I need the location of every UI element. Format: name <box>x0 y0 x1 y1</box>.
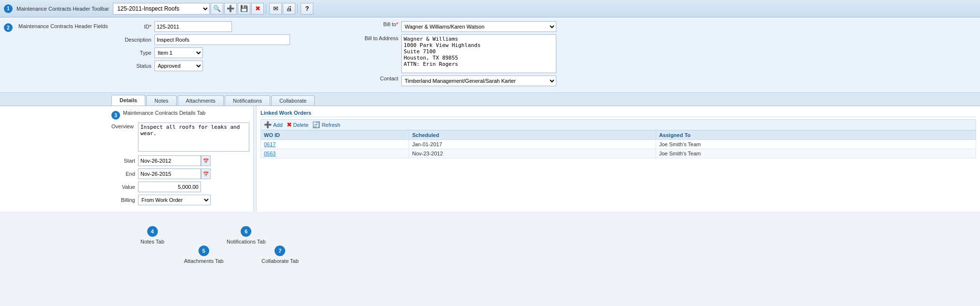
contact-label: Contact <box>358 76 401 81</box>
left-panel: 3 Maintenance Contracts Details Tab Over… <box>0 106 254 212</box>
type-label: Type <box>116 50 154 56</box>
status-field-row: Status Approved <box>116 61 350 71</box>
wo-add-btn[interactable]: ➕ Add <box>264 121 283 128</box>
contact-select[interactable]: Timberland Management/General/Sarah Kart… <box>401 76 556 86</box>
end-input[interactable] <box>138 168 201 179</box>
header-label-area: 2 Maintenance Contracts Header Fields <box>0 21 112 32</box>
bill-address-row: Bill to Address Wagner & Williams 1000 P… <box>358 34 976 73</box>
bill-to-row: Bill to Wagner & Williams/Karen Watson <box>358 21 976 32</box>
bill-to-select[interactable]: Wagner & Williams/Karen Watson <box>401 21 556 32</box>
wo-scheduled-cell: Nov-23-2012 <box>409 149 656 158</box>
attachments-annotation: 5 Attachments Tab <box>184 245 224 264</box>
description-field-row: Description <box>116 34 350 45</box>
value-input[interactable] <box>138 182 201 192</box>
collaborate-tab-annotation-label: Collaborate Tab <box>261 258 299 264</box>
billing-select[interactable]: From Work Order <box>138 195 211 205</box>
add-toolbar-btn[interactable]: ➕ <box>224 3 237 15</box>
details-badge: 3 <box>111 111 120 120</box>
end-row: End 📅 <box>111 168 249 179</box>
wo-table: WO ID Scheduled Assigned To 0617 Jan-01-… <box>260 130 976 158</box>
tab-collaborate[interactable]: Collaborate <box>271 95 315 106</box>
delete-toolbar-btn[interactable]: ✖ <box>251 3 264 15</box>
attachments-badge: 5 <box>199 245 209 256</box>
add-icon: ➕ <box>264 121 272 128</box>
save-toolbar-btn[interactable]: 💾 <box>238 3 250 15</box>
table-row: 0563 Nov-23-2012 Joe Smith's Team <box>261 149 976 158</box>
id-label: ID <box>116 24 154 30</box>
type-select[interactable]: Item 1 <box>154 47 203 58</box>
wo-col-scheduled: Scheduled <box>409 131 656 140</box>
notes-badge: 4 <box>147 226 158 237</box>
wo-delete-btn[interactable]: ✖ Delete <box>287 121 309 128</box>
toolbar-separator <box>266 4 266 14</box>
toolbar-label: Maintenance Contracts Header Toolbar <box>16 6 109 12</box>
start-input[interactable] <box>138 155 201 166</box>
wo-id-link[interactable]: 0563 <box>264 151 276 156</box>
collaborate-badge: 7 <box>275 245 285 256</box>
wo-id-link[interactable]: 0617 <box>264 141 276 147</box>
notifications-annotation: 6 Notifications Tab <box>227 226 266 245</box>
wo-refresh-btn[interactable]: 🔄 Refresh <box>312 121 340 128</box>
start-label: Start <box>111 158 138 164</box>
value-label: Value <box>111 184 138 190</box>
start-calendar-btn[interactable]: 📅 <box>201 155 211 166</box>
wo-col-id: WO ID <box>261 131 409 140</box>
toolbar-badge: 1 <box>4 4 13 13</box>
refresh-icon: 🔄 <box>312 121 320 128</box>
help-toolbar-btn[interactable]: ? <box>301 3 313 15</box>
wo-col-assigned: Assigned To <box>656 131 976 140</box>
status-label: Status <box>116 63 154 69</box>
overview-label: Overview <box>111 122 138 129</box>
details-tab-label: Maintenance Contracts Details Tab <box>123 110 205 116</box>
billing-label: Billing <box>111 197 138 203</box>
notifications-badge: 6 <box>241 226 251 237</box>
notifications-tab-annotation-label: Notifications Tab <box>227 239 266 245</box>
status-select[interactable]: Approved <box>154 61 203 71</box>
record-selector[interactable]: 125-2011-Inspect Roofs <box>113 3 210 15</box>
end-calendar-btn[interactable]: 📅 <box>201 168 211 179</box>
bill-to-label: Bill to <box>358 21 401 27</box>
header-section: 2 Maintenance Contracts Header Fields ID… <box>0 17 980 93</box>
delete-icon: ✖ <box>287 121 292 128</box>
billing-row: Billing From Work Order <box>111 195 249 205</box>
bill-address-label: Bill to Address <box>358 34 401 41</box>
header-right-fields: Bill to Wagner & Williams/Karen Watson B… <box>354 21 980 89</box>
linked-wo-header: Linked Work Orders <box>260 110 976 117</box>
tab-notifications[interactable]: Notifications <box>225 95 270 106</box>
wo-scheduled-cell: Jan-01-2017 <box>409 140 656 149</box>
type-field-row: Type Item 1 <box>116 47 350 58</box>
table-row: 0617 Jan-01-2017 Joe Smith's Team <box>261 140 976 149</box>
toolbar-separator2 <box>297 4 298 14</box>
email-toolbar-btn[interactable]: ✉ <box>269 3 282 15</box>
tab-attachments[interactable]: Attachments <box>178 95 224 106</box>
header-left-fields: ID Description Type Item 1 Status Approv… <box>112 21 354 74</box>
print-toolbar-btn[interactable]: 🖨 <box>283 3 295 15</box>
id-input[interactable] <box>154 21 232 32</box>
overview-row: Overview Inspect all roofs for leaks and… <box>111 122 249 152</box>
description-label: Description <box>116 37 154 43</box>
right-panel: Linked Work Orders ➕ Add ✖ Delete 🔄 Refr… <box>257 106 980 212</box>
content-area: 3 Maintenance Contracts Details Tab Over… <box>0 106 980 212</box>
wo-add-label: Add <box>273 122 283 128</box>
description-input[interactable] <box>154 34 290 45</box>
annotation-area: 4 Notes Tab 5 Attachments Tab 6 Notifica… <box>0 212 980 289</box>
wo-id-cell: 0617 <box>261 140 409 149</box>
start-row: Start 📅 <box>111 155 249 166</box>
overview-textarea[interactable]: Inspect all roofs for leaks and wear. <box>138 122 249 152</box>
wo-assigned-cell: Joe Smith's Team <box>656 149 976 158</box>
tab-notes[interactable]: Notes <box>146 95 177 106</box>
tabs-bar: Details Notes Attachments Notifications … <box>0 93 980 106</box>
bill-address-textarea[interactable]: Wagner & Williams 1000 Park View Highlan… <box>401 34 556 73</box>
tab-details[interactable]: Details <box>111 95 145 106</box>
wo-delete-label: Delete <box>293 122 309 128</box>
toolbar: 1 Maintenance Contracts Header Toolbar 1… <box>0 0 980 17</box>
wo-assigned-cell: Joe Smith's Team <box>656 140 976 149</box>
wo-id-cell: 0563 <box>261 149 409 158</box>
notes-tab-annotation-label: Notes Tab <box>140 239 164 245</box>
wo-refresh-label: Refresh <box>322 122 340 128</box>
contact-row: Contact Timberland Management/General/Sa… <box>358 76 976 86</box>
search-toolbar-btn[interactable]: 🔍 <box>211 3 223 15</box>
wo-toolbar: ➕ Add ✖ Delete 🔄 Refresh <box>260 119 976 130</box>
header-label: Maintenance Contracts Header Fields <box>18 23 108 29</box>
id-field-row: ID <box>116 21 350 32</box>
